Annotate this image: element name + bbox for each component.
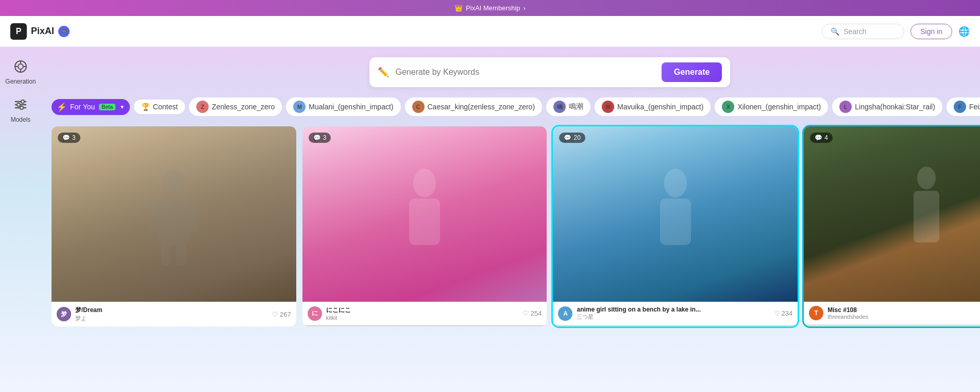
card-info-1: 梦/Dream 梦よ	[75, 306, 268, 322]
caesar-avatar: C	[412, 101, 425, 113]
card-likes-2: ♡ 254	[523, 309, 542, 317]
svg-rect-14	[148, 201, 159, 232]
svg-point-11	[20, 106, 23, 109]
logo-area[interactable]: P PixAI 🎮	[10, 23, 70, 40]
card-author-2: kitkit	[326, 315, 519, 321]
tab-xilonen[interactable]: X Xilonen_(genshin_impact)	[715, 97, 828, 116]
svg-point-12	[162, 169, 185, 198]
sign-in-button[interactable]: Sign in	[910, 24, 952, 39]
card-footer-1: 梦 梦/Dream 梦よ ♡ 267	[52, 302, 296, 326]
svg-point-1	[18, 64, 23, 69]
tab-naoto[interactable]: 鳴 鳴潮	[546, 97, 590, 116]
comment-icon-1: 💬	[62, 134, 70, 141]
image-grid: 💬 3 梦 梦/Dream 梦よ ♡ 267	[52, 126, 980, 326]
generate-input[interactable]	[395, 68, 655, 77]
comment-badge-4: 💬 4	[810, 133, 833, 143]
naoto-avatar: 鳴	[553, 101, 566, 113]
generation-label: Generation	[5, 78, 36, 85]
models-icon	[11, 95, 30, 114]
comment-count-4: 4	[824, 134, 828, 141]
pencil-icon: ✏️	[378, 67, 389, 78]
header-right: 🔍 Search Sign in 🌐	[822, 24, 970, 39]
generate-button[interactable]: Generate	[662, 62, 722, 82]
contest-icon: 🏆	[141, 103, 150, 111]
zenless-label: Zenless_zone_zero	[212, 103, 275, 111]
search-icon: 🔍	[831, 27, 839, 36]
tab-feixiao[interactable]: F Feixiao(honkai:Star_...	[947, 97, 980, 116]
image-card-4[interactable]: 💬 4 T Misc #108 threeandshades ♡ 155	[804, 126, 980, 326]
comment-icon-4: 💬	[815, 134, 822, 141]
image-card-2[interactable]: 💬 3 に にこにこ kitkit ♡ 254	[302, 126, 547, 326]
mavuika-avatar: M	[602, 101, 614, 113]
sidebar-item-generation[interactable]: Generation	[5, 57, 36, 85]
image-card-1[interactable]: 💬 3 梦 梦/Dream 梦よ ♡ 267	[52, 126, 296, 326]
xilonen-label: Xilonen_(genshin_impact)	[737, 103, 821, 111]
banner-arrow: ›	[523, 4, 526, 12]
card-footer-4: T Misc #108 threeandshades ♡ 155	[804, 302, 980, 324]
card-title-3: anime girl sitting on a bench by a lake …	[577, 306, 769, 313]
logo-box: P	[10, 23, 27, 40]
comment-count-3: 20	[573, 134, 580, 141]
card-footer-2: に にこにこ kitkit ♡ 254	[302, 302, 547, 325]
brand-name: PixAI	[31, 26, 54, 37]
comment-badge-2: 💬 3	[309, 133, 331, 143]
language-icon[interactable]: 🌐	[958, 26, 970, 37]
svg-rect-15	[188, 201, 199, 232]
likes-count-1: 267	[280, 311, 291, 318]
tab-for-you[interactable]: ⚡ For You Beta ▼	[52, 99, 130, 115]
svg-rect-21	[660, 199, 691, 245]
discord-icon: 🎮	[60, 28, 68, 35]
card-avatar-3: A	[558, 306, 572, 321]
header: P PixAI 🎮 🔍 Search Sign in 🌐	[0, 16, 980, 47]
for-you-icon: ⚡	[57, 102, 67, 112]
tab-mavuika[interactable]: M Mavuika_(genshin_impact)	[595, 97, 711, 116]
card-likes-3: ♡ 234	[774, 309, 793, 317]
svg-rect-19	[409, 199, 440, 245]
card-title-2: にこにこ	[326, 306, 519, 315]
tab-mualani[interactable]: M Mualani_(genshin_impact)	[286, 97, 400, 116]
tab-caesar[interactable]: C Caesar_king(zenless_zone_zero)	[405, 97, 543, 116]
card-title-4: Misc #108	[827, 306, 980, 314]
comment-icon-2: 💬	[313, 134, 321, 141]
card-info-3: anime girl sitting on a bench by a lake …	[577, 306, 769, 321]
svg-rect-17	[176, 242, 187, 266]
caesar-label: Caesar_king(zenless_zone_zero)	[428, 103, 535, 111]
card-author-3: 三つ星	[577, 313, 769, 321]
feixiao-label: Feixiao(honkai:Star_...	[969, 103, 980, 111]
card-footer-3: A anime girl sitting on a bench by a lak…	[553, 302, 798, 325]
image-card-3[interactable]: 💬 20 A anime girl sitting on a bench by …	[553, 126, 798, 326]
card-title-1: 梦/Dream	[75, 306, 268, 315]
beta-badge: Beta	[99, 104, 115, 110]
crown-icon: 👑	[454, 4, 463, 12]
chevron-down-icon: ▼	[120, 104, 125, 110]
tab-lingsha[interactable]: L Lingsha(honkai:Star_rail)	[832, 97, 942, 116]
lingsha-label: Lingsha(honkai:Star_rail)	[855, 103, 935, 111]
membership-banner[interactable]: 👑 PixAI Membership ›	[0, 0, 980, 16]
svg-point-18	[413, 169, 436, 198]
feixiao-avatar: F	[954, 101, 966, 113]
heart-icon-1: ♡	[272, 311, 278, 318]
for-you-label: For You	[70, 103, 95, 111]
card-avatar-4: T	[809, 306, 823, 320]
likes-count-2: 254	[531, 309, 542, 317]
mualani-avatar: M	[293, 101, 306, 113]
svg-point-22	[917, 167, 936, 189]
search-box[interactable]: 🔍 Search	[822, 24, 904, 39]
filter-tabs: ⚡ For You Beta ▼ 🏆 Contest Z Zenless_zon…	[52, 97, 980, 118]
card-author-1: 梦よ	[75, 315, 268, 322]
likes-count-3: 234	[782, 309, 793, 317]
comment-icon-3: 💬	[564, 134, 571, 141]
discord-badge[interactable]: 🎮	[58, 26, 70, 37]
heart-icon-2: ♡	[523, 309, 529, 317]
svg-point-10	[17, 103, 20, 106]
card-info-2: にこにこ kitkit	[326, 306, 519, 321]
content-area: ✏️ Generate ⚡ For You Beta ▼ 🏆 Contest Z…	[41, 47, 980, 391]
sidebar: Generation Models	[0, 47, 41, 391]
lingsha-avatar: L	[839, 101, 852, 113]
search-placeholder-text: Search	[843, 27, 866, 36]
generation-icon	[11, 57, 30, 76]
zenless-avatar: Z	[196, 101, 209, 113]
sidebar-item-models[interactable]: Models	[11, 95, 31, 123]
tab-contest[interactable]: 🏆 Contest	[134, 100, 185, 114]
tab-zenless[interactable]: Z Zenless_zone_zero	[189, 97, 282, 116]
